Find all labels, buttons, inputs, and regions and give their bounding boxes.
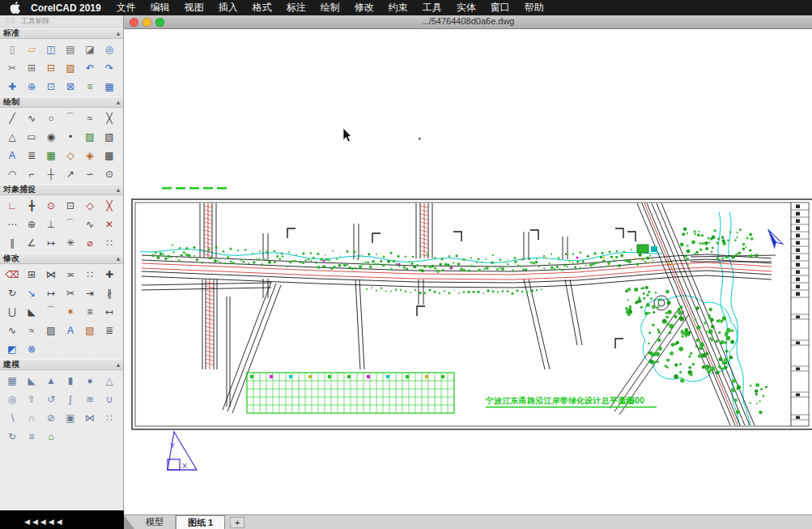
palette-section-header[interactable]: 建模▴ [0, 359, 123, 370]
circle-icon[interactable]: ○ [41, 109, 61, 127]
box-solid-icon[interactable]: ▦ [2, 371, 22, 390]
snap-midpoint-icon[interactable]: ╋ [22, 196, 41, 215]
stretch-icon[interactable]: ↦ [41, 284, 61, 302]
extend-icon[interactable]: ⇥ [80, 284, 100, 302]
snap-insertion-icon[interactable]: ⊕ [22, 215, 41, 233]
snap-extension-icon[interactable]: ⋯ [2, 215, 22, 233]
collapse-arrow-icon[interactable]: ▴ [117, 186, 120, 194]
snap-tangent-icon[interactable]: ⌒ [61, 215, 80, 233]
break-icon[interactable]: ∦ [100, 284, 119, 302]
window-titlebar[interactable]: .../54764408d0a6e.dwg [124, 15, 812, 29]
freehand-icon[interactable]: ∽ [80, 164, 100, 183]
trim-icon[interactable]: ✂ [61, 284, 80, 302]
scroll-arrows-icon[interactable]: ◀◀◀◀◀ [24, 518, 65, 526]
menubar-item-9[interactable]: 工具 [415, 1, 449, 15]
rotate-3d-icon[interactable]: ↻ [2, 427, 22, 446]
align-3d-icon[interactable]: ≡ [22, 427, 41, 446]
edit-text-icon[interactable]: A [61, 321, 80, 339]
polygon-icon[interactable]: △ [2, 127, 22, 146]
snap-clear-icon[interactable]: ⌀ [80, 233, 100, 252]
properties-icon[interactable]: ▦ [100, 77, 119, 96]
snap-parallel-icon[interactable]: ∥ [2, 233, 22, 252]
mirror-3d-icon[interactable]: ⋈ [80, 408, 100, 427]
explode-icon[interactable]: ✶ [61, 302, 80, 321]
zoom-icon[interactable]: ⊕ [22, 77, 41, 96]
menubar-item-10[interactable]: 实体 [449, 1, 483, 15]
snap-endpoint-icon[interactable]: ∟ [2, 196, 22, 215]
arc-icon[interactable]: ⌒ [61, 109, 80, 127]
sweep-icon[interactable]: ∫ [61, 390, 80, 408]
print-icon[interactable]: ▤ [61, 40, 80, 58]
change-layer-icon[interactable]: ≣ [100, 321, 119, 339]
menubar-item-0[interactable]: 文件 [109, 1, 143, 15]
menubar-item-6[interactable]: 绘制 [313, 1, 347, 15]
undo-icon[interactable]: ↶ [80, 58, 100, 77]
mirror-icon[interactable]: ⋈ [41, 265, 61, 284]
menubar-item-12[interactable]: 帮助 [517, 1, 551, 15]
array-3d-icon[interactable]: ∷ [100, 408, 119, 427]
text-icon[interactable]: A [2, 146, 22, 164]
new-file-icon[interactable]: ▯ [2, 40, 22, 58]
layer-manager-icon[interactable]: ≡ [80, 77, 100, 96]
ring-icon[interactable]: ◉ [41, 127, 61, 146]
format-painter-icon[interactable]: ▨ [61, 58, 80, 77]
revolve-icon[interactable]: ↺ [41, 390, 61, 408]
pan-icon[interactable]: ✚ [2, 77, 22, 96]
insert-block-icon[interactable]: ◈ [80, 146, 100, 164]
palette-scroll-strip[interactable]: ◀◀◀◀◀ [0, 510, 124, 529]
tab-sheet-1[interactable]: 图纸 1 [176, 515, 225, 529]
save-icon[interactable]: ◫ [41, 40, 61, 58]
zoom-fit-icon[interactable]: ⊠ [61, 77, 80, 96]
hatch-icon[interactable]: ▨ [80, 127, 100, 146]
snap-nearest-icon[interactable]: ∿ [80, 215, 100, 233]
snap-settings-icon[interactable]: ✳ [61, 233, 80, 252]
cone-solid-icon[interactable]: ▲ [41, 371, 61, 390]
sphere-solid-icon[interactable]: ● [80, 371, 100, 390]
union-icon[interactable]: ∪ [100, 390, 119, 408]
revision-cloud-icon[interactable]: ◠ [2, 164, 22, 183]
construction-line-icon[interactable]: ╳ [100, 109, 119, 127]
edit-hatch-icon[interactable]: ▨ [41, 321, 61, 339]
palette-section-header[interactable]: 对象捕捉▴ [0, 184, 123, 195]
slice-icon[interactable]: ⊘ [41, 408, 61, 427]
erase-icon[interactable]: ⌫ [2, 265, 22, 284]
edit-polyline-icon[interactable]: ∿ [2, 321, 22, 339]
cut-icon[interactable]: ✂ [2, 58, 22, 77]
array-icon[interactable]: ∷ [80, 265, 100, 284]
snap-from-icon[interactable]: ↦ [41, 233, 61, 252]
apple-icon[interactable] [10, 2, 21, 14]
intersect-icon[interactable]: ∩ [22, 408, 41, 427]
menubar-item-2[interactable]: 视图 [177, 1, 211, 15]
snap-polar-icon[interactable]: ∠ [22, 233, 41, 252]
drawing-canvas[interactable]: 宁波江东甬路沿江岸带绿化设计总平面图 1: 500 Y X [124, 29, 812, 514]
pyramid-solid-icon[interactable]: △ [100, 371, 119, 390]
find-icon[interactable]: ◎ [100, 40, 119, 58]
snap-apparent-intersection-icon[interactable]: ✕ [100, 215, 119, 233]
torus-solid-icon[interactable]: ◎ [2, 390, 22, 408]
paste-icon[interactable]: ⊟ [41, 58, 61, 77]
rotate-icon[interactable]: ↻ [2, 284, 22, 302]
loft-icon[interactable]: ≋ [80, 390, 100, 408]
snap-node-icon[interactable]: ⊡ [61, 196, 80, 215]
collapse-arrow-icon[interactable]: ▴ [117, 255, 120, 262]
palette-section-header[interactable]: 绘制▴ [0, 96, 123, 108]
print-preview-icon[interactable]: ◪ [80, 40, 100, 58]
zoom-window-icon[interactable]: ⊡ [41, 77, 61, 96]
cylinder-solid-icon[interactable]: ▮ [61, 371, 80, 390]
table-icon[interactable]: ▦ [41, 146, 61, 164]
polyline-icon[interactable]: ∿ [22, 109, 41, 127]
copy-icon[interactable]: ⊞ [22, 58, 41, 77]
block-icon[interactable]: ◇ [61, 146, 80, 164]
collapse-arrow-icon[interactable]: ▴ [117, 99, 120, 106]
note-icon[interactable]: ≣ [22, 146, 41, 164]
rectangle-icon[interactable]: ▭ [22, 127, 41, 146]
polysolid-icon[interactable]: ⌂ [41, 427, 61, 446]
app-name[interactable]: CorelCAD 2019 [31, 2, 101, 14]
join-icon[interactable]: ⋃ [2, 302, 22, 321]
chamfer-icon[interactable]: ◣ [22, 302, 41, 321]
shell-icon[interactable]: ▣ [61, 408, 80, 427]
menubar-item-3[interactable]: 插入 [211, 1, 245, 15]
point-icon[interactable]: • [61, 127, 80, 146]
copy-entity-icon[interactable]: ⊞ [22, 265, 41, 284]
scale-icon[interactable]: ↘ [22, 284, 41, 302]
